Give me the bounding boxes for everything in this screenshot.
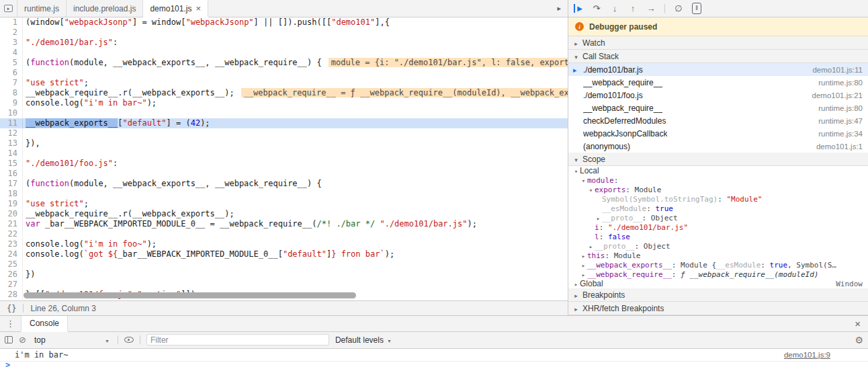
- scope-row[interactable]: module:: [568, 175, 868, 185]
- disclosure-icon[interactable]: [580, 251, 587, 260]
- line-content[interactable]: [23, 169, 568, 179]
- line-number[interactable]: 17: [0, 179, 23, 189]
- console-message-source-link[interactable]: demo101.js:9: [784, 351, 830, 359]
- step-into-icon[interactable]: ↓: [610, 4, 619, 13]
- step-over-icon[interactable]: ↷: [592, 4, 601, 13]
- line-content[interactable]: (function(module, __webpack_exports__, _…: [23, 58, 568, 68]
- clear-console-icon[interactable]: ⊘: [19, 335, 26, 345]
- section-scope[interactable]: Scope: [568, 153, 868, 166]
- drawer-menu-icon[interactable]: ⋮: [0, 316, 21, 331]
- disclosure-icon[interactable]: [572, 280, 580, 288]
- disclosure-icon[interactable]: [572, 167, 580, 175]
- line-content[interactable]: console.log(`got ${_bar__WEBPACK_IMPORTE…: [23, 249, 568, 259]
- disclosure-icon[interactable]: [580, 261, 587, 270]
- line-number[interactable]: 1: [0, 17, 23, 28]
- line-content[interactable]: "./demo101/foo.js":: [23, 159, 568, 169]
- console-sidebar-icon[interactable]: [5, 336, 13, 343]
- call-stack-frame[interactable]: ./demo101/bar.jsdemo101.js:11: [568, 63, 868, 76]
- disclosure-icon[interactable]: [587, 242, 595, 251]
- pause-on-exceptions-icon[interactable]: ‖: [692, 3, 701, 14]
- line-content[interactable]: "use strict";: [23, 78, 568, 88]
- console-context-selector[interactable]: top: [32, 335, 112, 345]
- line-number[interactable]: 4: [0, 48, 23, 58]
- scope-row[interactable]: this: Module: [568, 251, 868, 260]
- call-stack-frame[interactable]: __webpack_require__runtime.js:80: [568, 101, 868, 114]
- frame-location-link[interactable]: demo101.js:1: [808, 142, 863, 151]
- line-content[interactable]: [23, 68, 568, 78]
- line-number[interactable]: 15: [0, 159, 23, 169]
- frame-location-link[interactable]: runtime.js:80: [810, 79, 863, 87]
- file-tab-runtime.js[interactable]: runtime.js: [17, 0, 67, 17]
- line-number[interactable]: 21: [0, 219, 23, 229]
- code-editor[interactable]: 1(window["webpackJsonp"] = window["webpa…: [0, 17, 568, 300]
- line-number[interactable]: 19: [0, 199, 23, 209]
- line-content[interactable]: [23, 28, 568, 38]
- section-watch[interactable]: Watch: [568, 36, 868, 50]
- line-number[interactable]: 23: [0, 239, 23, 249]
- disclosure-icon[interactable]: [595, 214, 602, 222]
- console-prompt[interactable]: >: [0, 362, 868, 369]
- scrollbar-thumb[interactable]: [24, 292, 356, 298]
- pretty-print-icon[interactable]: {}: [7, 304, 16, 313]
- disclosure-icon[interactable]: [580, 176, 587, 185]
- line-number[interactable]: 9: [0, 98, 23, 108]
- line-number[interactable]: 22: [0, 229, 23, 239]
- line-content[interactable]: "use strict";: [23, 199, 568, 209]
- line-content[interactable]: [23, 229, 568, 239]
- scope-row[interactable]: Local: [568, 166, 868, 175]
- line-content[interactable]: [23, 149, 568, 159]
- line-number[interactable]: 27: [0, 280, 23, 290]
- line-number[interactable]: 8: [0, 88, 23, 98]
- close-drawer-icon[interactable]: ×: [847, 316, 868, 331]
- line-content[interactable]: [23, 189, 568, 199]
- scope-row[interactable]: __webpack_exports__: Module {__esModule:…: [568, 260, 868, 270]
- line-number[interactable]: 20: [0, 209, 23, 219]
- call-stack-frame[interactable]: checkDeferredModulesruntime.js:47: [568, 114, 868, 127]
- resume-script-icon[interactable]: ▶: [574, 4, 583, 13]
- line-number[interactable]: 14: [0, 149, 23, 159]
- deactivate-breakpoints-icon[interactable]: ∅: [674, 4, 683, 13]
- line-content[interactable]: (function(module, __webpack_exports__, _…: [23, 179, 568, 189]
- line-number[interactable]: 5: [0, 58, 23, 68]
- scope-row[interactable]: __proto__: Object: [568, 241, 868, 251]
- line-number[interactable]: 6: [0, 68, 23, 78]
- live-expression-eye-icon[interactable]: [124, 337, 134, 343]
- section-xhr-breakpoints[interactable]: XHR/fetch Breakpoints: [568, 302, 868, 315]
- call-stack-frame[interactable]: ./demo101/foo.jsdemo101.js:21: [568, 89, 868, 101]
- scope-row[interactable]: __proto__: Object: [568, 213, 868, 222]
- scope-row[interactable]: __webpack_require__: ƒ __webpack_require…: [568, 270, 868, 279]
- line-content[interactable]: }): [23, 270, 568, 280]
- frame-location-link[interactable]: demo101.js:21: [804, 91, 863, 99]
- line-number[interactable]: 2: [0, 28, 23, 38]
- step-icon[interactable]: →: [646, 4, 656, 13]
- line-content[interactable]: [23, 259, 568, 270]
- disclosure-icon[interactable]: [587, 186, 595, 194]
- call-stack-frame[interactable]: webpackJsonpCallbackruntime.js:34: [568, 127, 868, 140]
- horizontal-scrollbar[interactable]: [24, 292, 564, 299]
- line-content[interactable]: __webpack_require__.r(__webpack_exports_…: [23, 209, 568, 219]
- more-tabs-icon[interactable]: [550, 0, 568, 17]
- tab-console[interactable]: Console: [21, 316, 68, 331]
- line-number[interactable]: 28: [0, 290, 23, 300]
- line-content[interactable]: [23, 48, 568, 58]
- line-number[interactable]: 10: [0, 108, 23, 118]
- line-content[interactable]: "./demo101/bar.js":: [23, 38, 568, 48]
- line-content[interactable]: console.log("i'm in foo~");: [23, 239, 568, 249]
- file-tab-include.preload.js[interactable]: include.preload.js: [67, 0, 143, 17]
- line-content[interactable]: [23, 108, 568, 118]
- show-navigator-button[interactable]: [0, 0, 17, 17]
- log-levels-selector[interactable]: Default levels: [335, 335, 392, 345]
- file-tab-demo101.js[interactable]: demo101.js×: [143, 0, 208, 17]
- scope-row[interactable]: exports: Module: [568, 185, 868, 194]
- line-number[interactable]: 25: [0, 259, 23, 270]
- scope-row[interactable]: Symbol(Symbol.toStringTag): "Module": [568, 194, 868, 204]
- line-number[interactable]: 13: [0, 138, 23, 149]
- line-number[interactable]: 24: [0, 249, 23, 259]
- console-filter-input[interactable]: [146, 334, 329, 345]
- section-call-stack[interactable]: Call Stack: [568, 50, 868, 63]
- line-number[interactable]: 7: [0, 78, 23, 88]
- console-settings-gear-icon[interactable]: ⚙: [855, 335, 863, 345]
- line-content[interactable]: console.log("i'm in bar~");: [23, 98, 568, 108]
- frame-location-link[interactable]: runtime.js:34: [810, 130, 863, 138]
- line-content[interactable]: __webpack_require__.r(__webpack_exports_…: [23, 88, 568, 98]
